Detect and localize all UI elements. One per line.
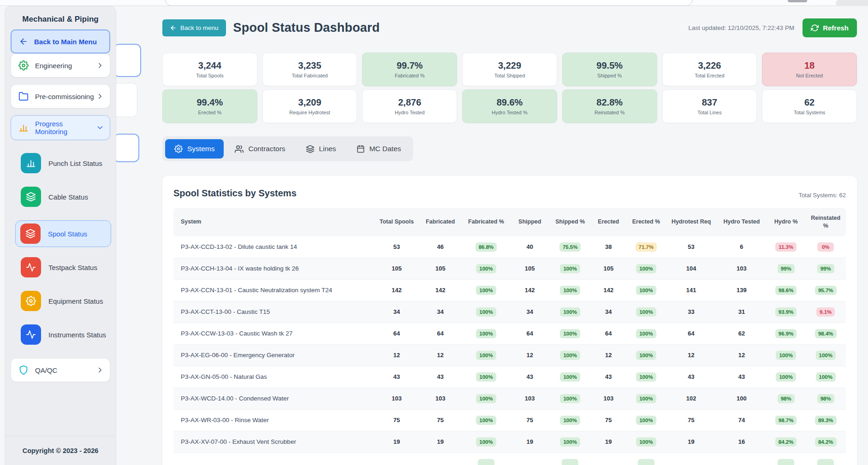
percent-badge: 100% (476, 416, 496, 425)
tab-mc-dates[interactable]: MC Dates (347, 139, 410, 159)
stat-cell: 100% (463, 388, 510, 409)
table-row: P3-AX-CCT-13-00 - Caustic T153434100%341… (173, 301, 846, 323)
sidebar-item-label: Progress Monitoring (35, 120, 96, 135)
stat-cell: 75.5% (550, 236, 590, 258)
stat-cell: 142 (375, 279, 418, 301)
sidebar-item-engineering[interactable]: Engineering (11, 53, 110, 77)
back-to-main-menu-button[interactable]: Back to Main Menu (11, 29, 110, 53)
sidebar-item-spool-status[interactable]: Spool Status (15, 220, 111, 247)
stat-value: 99.7% (397, 60, 423, 71)
stat-cell: 40 (510, 236, 550, 258)
stat-cell: 102 (666, 388, 717, 409)
percent-badge: 11.3% (775, 242, 797, 252)
stat-cell: 33 (666, 301, 717, 323)
copyright: Copyright © 2023 - 2026 (5, 436, 116, 465)
stat-cell: 19 (418, 431, 463, 453)
stat-cell: 103 (510, 388, 550, 409)
system-name-cell: P3-AX-CCD-13-02 - Dilute caustic tank 14 (173, 236, 375, 258)
stat-cell: 89.3% (805, 409, 846, 431)
stat-cell: 100% (463, 323, 510, 344)
percent-badge (638, 459, 654, 465)
sidebar-item-label: Equipment Status (48, 297, 103, 305)
stat-cell (463, 453, 510, 465)
stat-cell: 103 (590, 388, 627, 409)
arrow-left-icon (19, 37, 28, 46)
sidebar-item-pre-commissioning[interactable]: Pre-commissioning (11, 84, 110, 108)
refresh-label: Refresh (823, 24, 849, 32)
stat-cell: 100% (550, 409, 590, 431)
sidebar-item-testpack-status[interactable]: Testpack Status (21, 257, 111, 277)
percent-badge: 100% (816, 372, 836, 382)
stat-value: 3,226 (698, 60, 721, 71)
stat-cell: 103 (717, 258, 767, 279)
percent-badge (562, 459, 578, 465)
stat-cell: 34 (510, 301, 550, 323)
sidebar: Mechanical & Piping Back to Main Menu En… (5, 6, 116, 465)
stat-cell: 62 (717, 323, 767, 344)
percent-badge: 96.9% (775, 329, 797, 338)
stat-cell: 104 (666, 258, 717, 279)
sidebar-item-qaqc[interactable]: QA/QC (11, 358, 110, 382)
stat-cell: 64 (510, 323, 550, 344)
stat-value: 3,244 (198, 60, 221, 71)
stat-cell: 139 (717, 279, 767, 301)
back-to-menu-button[interactable]: Back to menu (162, 19, 226, 36)
percent-badge: 0% (817, 242, 834, 252)
stat-cell (590, 453, 627, 465)
stat-cell: 16 (717, 431, 767, 453)
stat-cell: 105 (590, 258, 627, 279)
sidebar-item-label: Testpack Status (48, 264, 97, 271)
col-header-fabricated-pct: Fabricated % (463, 208, 510, 236)
sidebar-item-progress-monitoring[interactable]: Progress Monitoring (11, 115, 110, 140)
stat-cell: 93.9% (767, 301, 806, 323)
tab-systems[interactable]: Systems (165, 139, 224, 159)
stat-card: 3,244Total Spools (162, 53, 257, 86)
percent-badge: 100% (636, 351, 656, 360)
system-name-cell: P3-AX-CCT-13-00 - Caustic T15 (173, 301, 375, 323)
stat-cell: 75 (418, 409, 463, 431)
tab-contractors[interactable]: Contractors (226, 139, 294, 159)
refresh-button[interactable]: Refresh (803, 18, 857, 37)
stats-grid: 3,244Total Spools3,235Total Fabricated99… (162, 53, 857, 123)
stat-cell: 11.3% (767, 236, 806, 258)
sidebar-item-instruments-status[interactable]: Instruments Status (21, 324, 111, 345)
table-row: P3-AX-WCD-14.00 - Condensed Water1031031… (173, 388, 846, 409)
stat-cell: 100% (627, 366, 666, 388)
systems-table-body: P3-AX-CCD-13-02 - Dilute caustic tank 14… (173, 236, 846, 465)
bar-chart-icon (18, 123, 29, 133)
stat-cell: 105 (375, 258, 418, 279)
stat-cell (805, 453, 846, 465)
stat-cell (375, 453, 418, 465)
stat-cell: 98% (767, 388, 806, 409)
stat-cell: 9.1% (805, 301, 846, 323)
stat-cell: 75 (590, 409, 627, 431)
percent-badge: 99% (778, 264, 795, 273)
percent-badge: 86.8% (476, 242, 497, 252)
stat-cell: 142 (590, 279, 627, 301)
percent-badge: 100% (636, 286, 656, 295)
stat-cell (717, 453, 767, 465)
stat-label: Erected % (198, 110, 221, 115)
stat-value: 82.8% (596, 97, 623, 108)
stat-value: 3,209 (298, 97, 321, 108)
percent-badge: 100% (476, 329, 496, 338)
table-row: P3-AX-CCD-13-02 - Dilute caustic tank 14… (173, 236, 846, 258)
chevron-down-icon (96, 124, 104, 132)
stat-cell: 100% (767, 344, 806, 366)
sidebar-item-equipment-status[interactable]: Equipment Status (21, 291, 111, 311)
percent-badge: 100% (560, 416, 580, 425)
stat-card: 82.8%Reinstated % (562, 89, 657, 123)
percent-badge (478, 459, 494, 465)
percent-badge: 99% (817, 264, 834, 273)
sidebar-item-cable-status[interactable]: Cable Status (21, 187, 111, 207)
stat-cell: 98.4% (805, 323, 846, 344)
stat-cell: 12 (666, 344, 717, 366)
stat-cell: 6 (717, 236, 767, 258)
sidebar-item-punch-list-status[interactable]: Punch List Status (21, 153, 111, 173)
stat-cell: 19 (666, 431, 717, 453)
percent-badge: 98.4% (815, 329, 837, 338)
stat-card: 99.5%Shipped % (562, 53, 657, 86)
stat-value: 837 (702, 97, 717, 108)
tab-lines[interactable]: Lines (297, 139, 345, 159)
percent-badge: 98.7% (775, 416, 797, 425)
